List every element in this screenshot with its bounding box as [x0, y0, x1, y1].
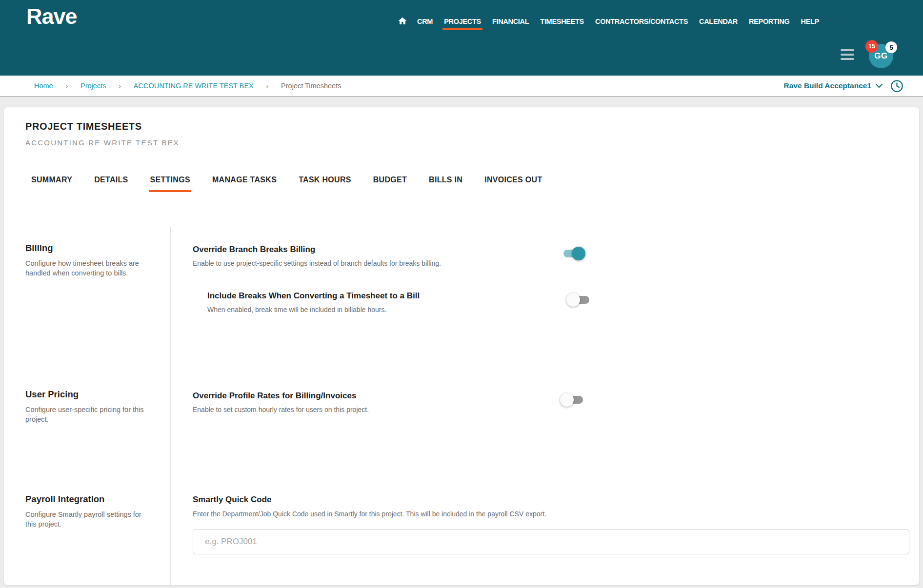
breadcrumb-home[interactable]: Home [34, 82, 53, 90]
build-selector-label: Rave Build Acceptance1 [784, 81, 871, 90]
tab-bills-in[interactable]: BILLS IN [428, 176, 463, 192]
section-title-user-pricing: User Pricing [25, 389, 149, 400]
home-icon[interactable] [398, 16, 407, 30]
project-tabs: SUMMARY DETAILS SETTINGS MANAGE TASKS TA… [30, 176, 919, 192]
tab-budget[interactable]: BUDGET [372, 176, 408, 192]
breadcrumb-bar: Home › Projects › ACCOUNTING RE WRITE TE… [0, 76, 923, 97]
toggle-override-branch-breaks-billing[interactable] [560, 247, 585, 260]
content-card: PROJECT TIMESHEETS ACCOUNTING RE WRITE T… [4, 107, 919, 585]
setting-description: Enable to use project-specific settings … [193, 259, 441, 268]
hamburger-menu-icon[interactable] [841, 49, 854, 60]
notification-badge[interactable]: 15 [865, 40, 878, 53]
tab-task-hours[interactable]: TASK HOURS [298, 176, 352, 192]
section-payroll-integration: Payroll Integration Configure Smartly pa… [25, 494, 919, 585]
section-desc-user-pricing: Configure user-specific pricing for this… [25, 405, 149, 424]
nav-item-calendar[interactable]: CALENDAR [698, 18, 739, 31]
breadcrumb-project-name[interactable]: ACCOUNTING RE WRITE TEST BEX [134, 82, 254, 90]
smartly-quick-code-label: Smartly Quick Code [193, 495, 919, 505]
section-billing: Billing Configure how timesheet breaks a… [25, 227, 919, 389]
breadcrumb-separator: › [266, 82, 268, 90]
section-desc-billing: Configure how timesheet breaks are handl… [25, 259, 149, 278]
app-logo[interactable]: Rave [26, 4, 77, 29]
nav-item-projects[interactable]: PROJECTS [442, 18, 482, 31]
setting-title: Include Breaks When Converting a Timeshe… [207, 291, 420, 301]
smartly-quick-code-input[interactable] [193, 529, 909, 554]
setting-override-branch-breaks-billing: Override Branch Breaks Billing Enable to… [193, 243, 585, 268]
tab-invoices-out[interactable]: INVOICES OUT [483, 176, 543, 192]
page-subtitle: ACCOUNTING RE WRITE TEST BEX [25, 138, 919, 147]
nav-item-financial[interactable]: FINANCIAL [491, 18, 530, 31]
breadcrumb-current-page: Project Timesheets [281, 82, 341, 90]
secondary-badge[interactable]: 5 [885, 41, 897, 53]
build-area: Rave Build Acceptance1 [784, 79, 903, 93]
section-desc-payroll: Configure Smartly payroll settings for t… [25, 510, 149, 529]
section-title-payroll: Payroll Integration [25, 494, 149, 505]
setting-title: Override Branch Breaks Billing [193, 245, 441, 255]
nav-item-help[interactable]: HELP [799, 18, 820, 31]
section-user-pricing: User Pricing Configure user-specific pri… [25, 389, 919, 494]
toggle-override-profile-rates[interactable] [560, 393, 585, 407]
tab-summary[interactable]: SUMMARY [30, 176, 73, 192]
breadcrumb-separator: › [66, 82, 68, 90]
setting-description: When enabled, break time will be include… [207, 305, 420, 314]
setting-override-profile-rates: Override Profile Rates for Billing/Invoi… [193, 389, 585, 414]
user-menu: 15 5 GG [865, 40, 900, 69]
chevron-down-icon [876, 81, 883, 90]
tab-details[interactable]: DETAILS [93, 176, 129, 192]
breadcrumb: Home › Projects › ACCOUNTING RE WRITE TE… [34, 82, 341, 90]
main-nav: CRM PROJECTS FINANCIAL TIMESHEETS CONTRA… [398, 16, 821, 30]
clock-icon[interactable] [890, 79, 903, 93]
nav-item-reporting[interactable]: REPORTING [747, 18, 791, 31]
toggle-include-breaks[interactable] [566, 293, 592, 307]
app-header: Rave CRM PROJECTS FINANCIAL TIMESHEETS C… [0, 0, 923, 76]
nav-item-contractors-contacts[interactable]: CONTRACTORS/CONTACTS [594, 18, 689, 31]
section-title-billing: Billing [25, 243, 149, 254]
setting-include-breaks: Include Breaks When Converting a Timeshe… [207, 289, 592, 314]
nav-item-crm[interactable]: CRM [416, 18, 434, 31]
breadcrumb-projects[interactable]: Projects [80, 82, 106, 90]
breadcrumb-separator: › [119, 82, 120, 90]
tab-settings[interactable]: SETTINGS [149, 176, 191, 192]
tab-manage-tasks[interactable]: MANAGE TASKS [211, 176, 278, 192]
smartly-quick-code-description: Enter the Department/Job Quick Code used… [193, 510, 919, 518]
setting-title: Override Profile Rates for Billing/Invoi… [193, 391, 369, 401]
setting-description: Enable to set custom hourly rates for us… [193, 405, 369, 414]
page-title: PROJECT TIMESHEETS [25, 121, 919, 132]
build-selector[interactable]: Rave Build Acceptance1 [784, 81, 883, 90]
nav-item-timesheets[interactable]: TIMESHEETS [539, 18, 585, 31]
